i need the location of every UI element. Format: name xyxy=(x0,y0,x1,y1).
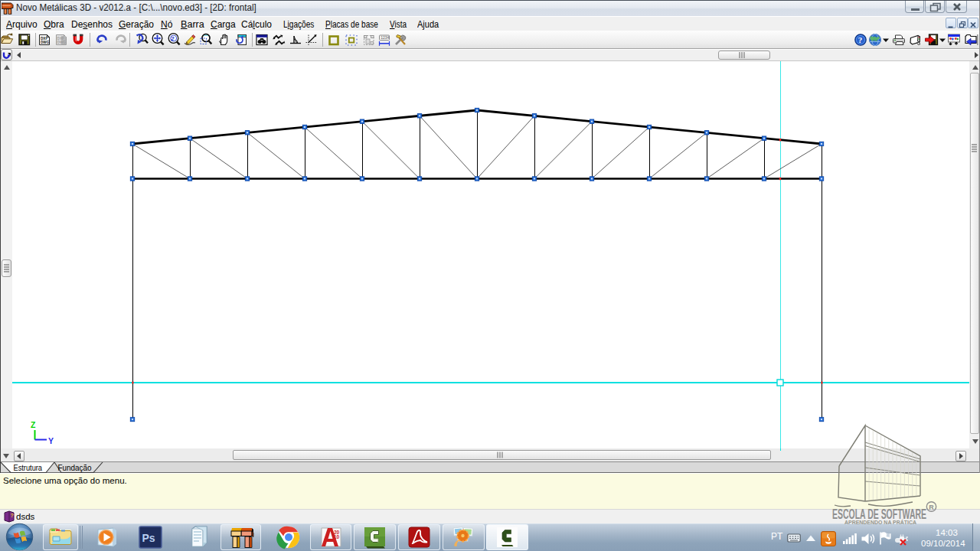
svg-text:Z: Z xyxy=(31,420,36,429)
svg-text:?: ? xyxy=(858,35,863,44)
svg-text:Estrutura: Estrutura xyxy=(14,463,43,472)
svg-text:R: R xyxy=(929,504,934,511)
svg-text:Ps: Ps xyxy=(142,532,155,544)
svg-text:1234: 1234 xyxy=(381,35,389,40)
svg-text:DWG: DWG xyxy=(57,41,67,44)
svg-text:APRENDENDO NA PRÁTICA: APRENDENDO NA PRÁTICA xyxy=(844,519,917,526)
svg-text:Y: Y xyxy=(48,436,54,445)
svg-text:DWG: DWG xyxy=(41,41,50,44)
svg-text:Fundação: Fundação xyxy=(58,463,92,472)
svg-text:10: 10 xyxy=(334,534,340,540)
svg-text:?: ? xyxy=(11,513,14,518)
